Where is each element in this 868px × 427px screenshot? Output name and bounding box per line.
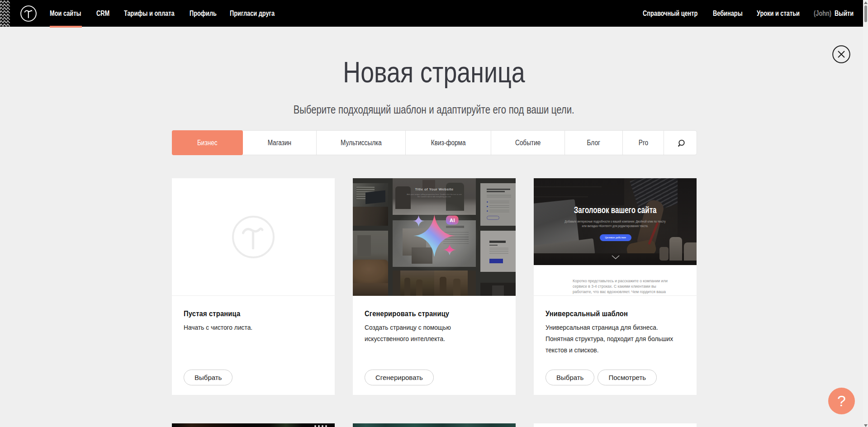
svg-text:AI: AI — [450, 218, 455, 223]
